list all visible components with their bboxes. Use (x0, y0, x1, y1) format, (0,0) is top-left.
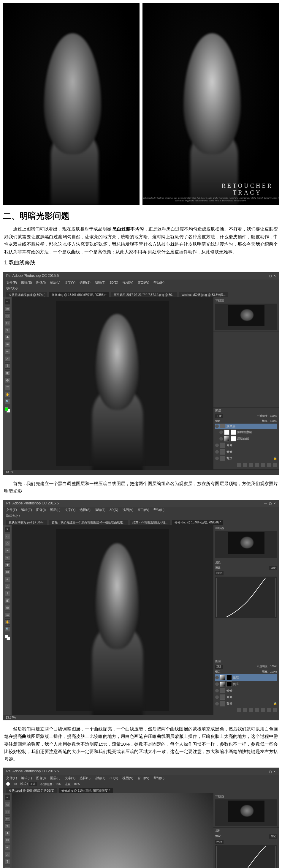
menu-item[interactable]: 滤镜(T) (95, 776, 105, 780)
layer-name[interactable]: 背景 (226, 702, 233, 706)
tool-icon[interactable]: ✋ (5, 392, 10, 397)
curves-graph[interactable] (215, 577, 277, 618)
layer-thumbnail[interactable] (224, 436, 230, 441)
menu-item[interactable]: 文件(F) (6, 776, 17, 780)
layer-name[interactable]: 修修 (226, 450, 233, 454)
mask-thumbnail[interactable] (226, 681, 232, 687)
menu-item[interactable]: 选择(S) (79, 508, 91, 512)
fx-icon[interactable] (243, 463, 247, 467)
brush-mode[interactable]: 正常 (29, 782, 37, 786)
menu-item[interactable]: 文字(Y) (65, 508, 76, 512)
visibility-icon[interactable] (215, 702, 219, 706)
tool-icon[interactable]: ✂ (5, 816, 10, 822)
document-tab[interactable]: 首先，我们先建立一个黑白调整图层和一根压暗曲线建... (49, 520, 128, 525)
brush-flow[interactable]: 10% (74, 782, 79, 786)
tool-icon[interactable]: ✂ (5, 320, 10, 326)
tool-icon[interactable]: 🔍 (5, 399, 10, 404)
maximize-icon[interactable]: ▢ (269, 770, 272, 774)
menu-item[interactable]: 视图(V) (122, 280, 133, 285)
tool-icon[interactable]: ◧ (5, 370, 10, 376)
layer-thumbnail[interactable] (224, 430, 230, 435)
layer-name[interactable]: 压暗 (233, 676, 239, 679)
curves-graph[interactable] (215, 845, 277, 868)
menu-item[interactable]: 窗口(W) (137, 776, 149, 780)
brush-preview-icon[interactable] (6, 782, 10, 786)
blend-mode-select[interactable]: 正常 (215, 414, 223, 418)
document-tab[interactable]: 修修.dng @ 13.9% (压暗, RGB/8) * (172, 520, 223, 525)
curves-preset[interactable]: 自定 (269, 834, 277, 839)
tool-icon[interactable]: T (5, 591, 10, 596)
visibility-icon[interactable] (215, 682, 219, 686)
tool-icon[interactable]: ✚ (5, 335, 10, 340)
trash-icon[interactable] (273, 463, 277, 467)
fx-icon[interactable] (243, 708, 247, 712)
menu-item[interactable]: 滤镜(T) (95, 280, 105, 285)
tool-icon[interactable]: T (5, 859, 10, 864)
tool-icon[interactable]: △ (5, 852, 10, 857)
color-swatch[interactable] (5, 407, 10, 413)
mask-thumbnail[interactable] (231, 430, 236, 435)
menu-item[interactable]: 图层(L) (50, 776, 60, 780)
tool-icon[interactable]: ◐ (5, 605, 10, 611)
menu-item[interactable]: 编辑(E) (21, 776, 32, 780)
visibility-icon[interactable] (215, 676, 219, 679)
layer-name[interactable]: 修修 (226, 695, 233, 699)
fill-value[interactable]: 100% (270, 420, 277, 423)
visibility-icon[interactable] (215, 457, 219, 460)
mask-thumbnail[interactable] (231, 436, 236, 441)
layer-row[interactable]: 背景🔒 (215, 701, 277, 707)
menu-item[interactable]: 窗口(W) (137, 280, 149, 285)
layer-row[interactable]: 修修 (215, 442, 277, 448)
tool-icon[interactable]: ▭ (5, 802, 10, 807)
layer-row[interactable]: 压暗 (215, 674, 277, 681)
visibility-icon[interactable] (219, 437, 223, 440)
tool-icon[interactable]: △ (5, 584, 10, 589)
tool-icon[interactable]: ▭ (5, 306, 10, 312)
tool-icon[interactable]: ◧ (5, 866, 10, 868)
layer-row[interactable]: 修修 (215, 694, 277, 701)
tool-icon[interactable]: ◌ (5, 313, 10, 319)
mask-icon[interactable] (249, 463, 253, 467)
brush-opacity[interactable]: 15% (55, 782, 61, 786)
tool-icon[interactable]: ◌ (5, 809, 10, 814)
maximize-icon[interactable]: ▢ (269, 501, 272, 505)
document-tab[interactable]: WechatIMG45.jpeg @ 33.3%(R... (179, 292, 228, 297)
menu-item[interactable]: 图像(I) (36, 508, 46, 512)
layer-row[interactable]: 修修 (215, 687, 277, 694)
menu-item[interactable]: 文字(Y) (65, 280, 76, 285)
new-layer-icon[interactable] (267, 463, 271, 467)
tool-icon[interactable]: ✎ (5, 824, 10, 829)
tool-icon[interactable]: ✚ (5, 831, 10, 836)
nav-thumb[interactable] (215, 799, 277, 826)
menu-item[interactable]: 帮助(H) (153, 280, 165, 285)
menu-item[interactable]: 图层(L) (50, 280, 60, 285)
menu-item[interactable]: 3D(D) (109, 776, 118, 780)
tool-icon[interactable]: ✒ (5, 845, 10, 850)
ps3-canvas[interactable] (11, 793, 213, 868)
layer-thumbnail[interactable] (220, 694, 225, 700)
visibility-icon[interactable] (219, 430, 223, 434)
tool-icon[interactable]: ☰ (5, 385, 10, 390)
menu-item[interactable]: 文件(F) (6, 508, 17, 512)
tool-icon[interactable]: ▭ (5, 534, 10, 539)
menu-item[interactable]: 3D(D) (109, 508, 118, 512)
tool-icon[interactable]: ↖ (5, 527, 10, 532)
layer-name[interactable]: 修修 (226, 443, 233, 447)
menu-item[interactable]: 编辑(E) (21, 280, 32, 285)
group-icon[interactable] (261, 463, 265, 467)
menu-item[interactable]: 滤镜(T) (95, 508, 105, 512)
layer-row[interactable]: 背景🔒 (215, 455, 277, 462)
document-tab[interactable]: 皮肤后期教程.psd @ 50% ( (6, 520, 47, 525)
layer-row[interactable]: 黑白观察层 (215, 429, 277, 435)
tool-icon[interactable]: ✋ (5, 619, 10, 625)
layer-row[interactable]: 压暗曲线 (215, 435, 277, 442)
tool-icon[interactable]: ☰ (5, 612, 10, 618)
tool-icon[interactable]: ◧ (5, 598, 10, 603)
color-swatch[interactable] (5, 635, 10, 640)
trash-icon[interactable] (273, 708, 277, 712)
layer-thumbnail[interactable] (220, 675, 225, 680)
layer-thumbnail[interactable] (220, 701, 225, 706)
minimize-icon[interactable]: — (264, 770, 267, 774)
brush-size[interactable]: 10 (13, 782, 16, 786)
tool-icon[interactable]: ↖ (5, 299, 10, 305)
